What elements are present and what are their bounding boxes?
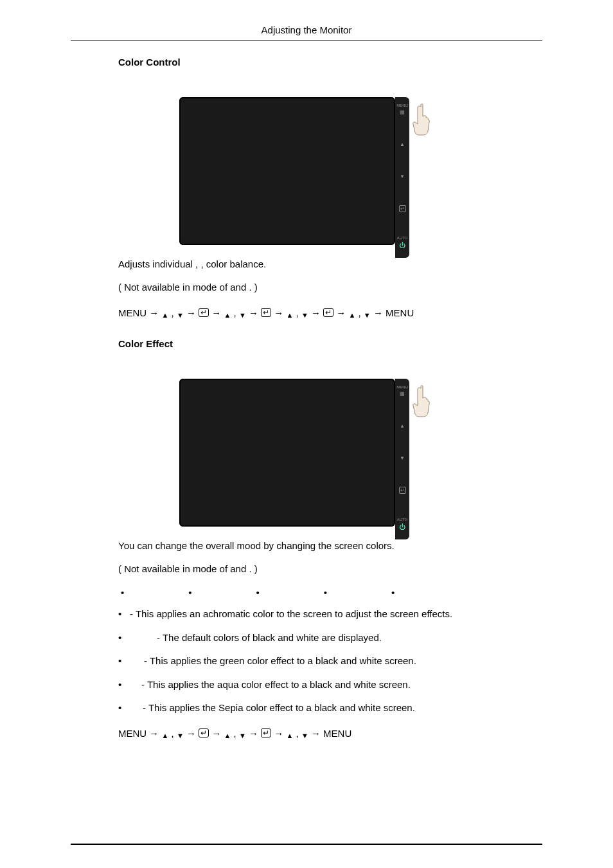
color-control-desc: Adjusts individual , , color balance. (118, 257, 495, 272)
footer-rule (71, 844, 542, 845)
color-effect-key-sequence: MENU → , → → , → → , → MENU (118, 725, 495, 743)
down-triangle-icon (239, 305, 246, 323)
menu-grid-icon: ▦ (395, 110, 409, 115)
enter-icon (399, 488, 406, 493)
color-control-key-sequence: MENU → , → → , → → , → → , → MENU (118, 304, 495, 323)
up-arrow-icon (400, 142, 405, 147)
monitor-side-panel: MENU ▦ AUTO (395, 379, 409, 539)
down-triangle-icon (239, 726, 246, 743)
list-item: - This applies the Sepia color effect to… (118, 701, 495, 716)
up-triangle-icon (286, 305, 293, 323)
side-label-menu: MENU (395, 385, 409, 389)
down-arrow-icon (400, 456, 405, 461)
hand-pointer-icon (412, 384, 435, 420)
color-control-note: ( Not available in mode of and . ) (118, 280, 495, 295)
monitor-frame (179, 379, 395, 527)
section-color-control-title: Color Control (118, 57, 495, 68)
enter-key-icon (261, 308, 271, 317)
list-item: - This applies the green color effect to… (118, 654, 495, 669)
mode-dot (256, 587, 260, 598)
enter-key-icon (199, 728, 209, 737)
power-icon (395, 524, 409, 530)
section-color-effect-title: Color Effect (118, 338, 495, 349)
up-arrow-icon (400, 424, 405, 429)
enter-key-icon (199, 308, 209, 317)
down-triangle-icon (364, 305, 371, 323)
color-effect-list: - This applies an achromatic color to th… (118, 607, 495, 716)
up-triangle-icon (224, 726, 231, 743)
header-rule (71, 41, 542, 41)
monitor-side-panel: MENU ▦ AUTO (395, 97, 409, 258)
mode-dot (188, 587, 191, 598)
color-effect-note: ( Not available in mode of and . ) (118, 561, 495, 577)
page-header: Adjusting the Monitor (0, 0, 613, 41)
enter-key-icon (323, 308, 333, 317)
header-title: Adjusting the Monitor (262, 24, 352, 35)
down-arrow-icon (400, 174, 405, 179)
list-item: - This applies the aqua color effect to … (118, 678, 495, 692)
up-triangle-icon (162, 305, 169, 323)
figure-color-control: MENU ▦ AUTO (179, 97, 434, 245)
up-triangle-icon (224, 305, 231, 323)
mode-dot-row (118, 587, 495, 598)
enter-key-icon (261, 728, 271, 737)
up-triangle-icon (348, 305, 355, 323)
hand-pointer-icon (412, 102, 435, 138)
down-triangle-icon (301, 726, 308, 743)
monitor-frame (179, 97, 395, 245)
up-triangle-icon (286, 726, 293, 743)
mode-dot (391, 587, 395, 598)
list-item: - The default colors of black and white … (118, 631, 495, 646)
menu-grid-icon: ▦ (395, 392, 409, 397)
side-label-auto: AUTO (395, 236, 409, 240)
down-triangle-icon (301, 305, 308, 323)
down-triangle-icon (177, 305, 184, 323)
color-effect-intro: You can change the overall mood by chang… (118, 538, 495, 554)
down-triangle-icon (177, 726, 184, 743)
side-label-auto: AUTO (395, 518, 409, 521)
up-triangle-icon (162, 726, 169, 743)
mode-dot (324, 587, 327, 598)
list-item: - This applies an achromatic color to th… (118, 607, 495, 622)
power-icon (395, 242, 409, 249)
mode-dot (121, 587, 124, 598)
side-label-menu: MENU (395, 104, 409, 107)
enter-icon (399, 206, 406, 212)
figure-color-effect: MENU ▦ AUTO (179, 379, 434, 527)
